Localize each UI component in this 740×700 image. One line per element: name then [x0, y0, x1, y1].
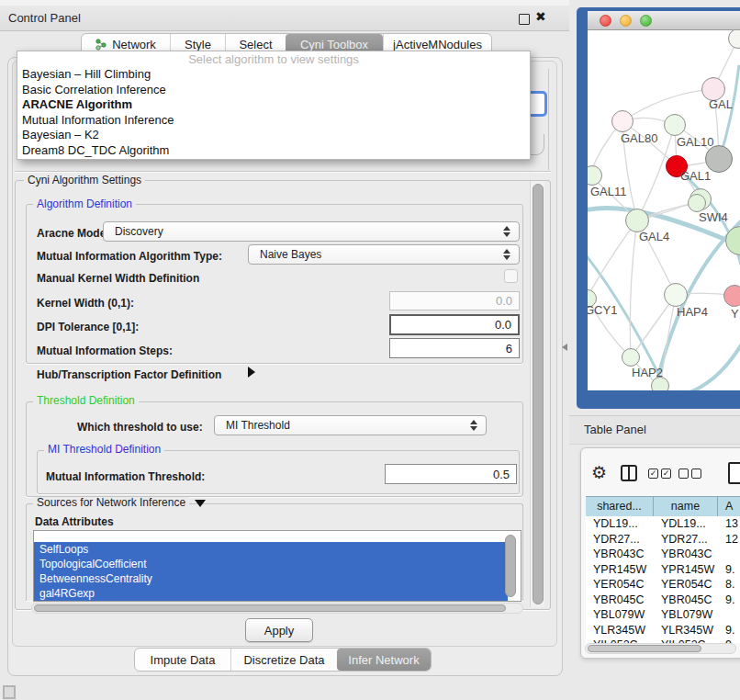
column-header-shared-name[interactable]: shared...: [586, 497, 654, 516]
column-header-partial[interactable]: A: [718, 497, 740, 516]
zoom-traffic-light[interactable]: [640, 15, 652, 27]
cell-shared-name[interactable]: YDR27...: [586, 532, 654, 548]
new-table-page-icon[interactable]: [728, 462, 740, 484]
dropdown-item[interactable]: Bayesian – K2: [17, 128, 530, 143]
panel-resize-handle[interactable]: [562, 344, 567, 351]
data-attributes-list[interactable]: SelfLoops TopologicalCoefficient Between…: [33, 530, 521, 602]
cell-name[interactable]: YBR045C: [654, 593, 718, 608]
mi-steps-field[interactable]: 6: [389, 338, 520, 358]
network-canvas[interactable]: GAL GAL80 GAL10 GAL1 GAL11 GAL4 SWI4 GCY…: [588, 30, 740, 390]
cell-value[interactable]: 9.: [718, 593, 740, 608]
cell-name[interactable]: YBL079W: [654, 607, 718, 623]
cell-name[interactable]: YPR145W: [654, 562, 718, 578]
cell-name[interactable]: YDL19...: [654, 516, 718, 532]
list-item-selected[interactable]: SelfLoops: [34, 542, 508, 557]
algorithm-dropdown-popup: Select algorithm to view settings Bayesi…: [17, 51, 531, 160]
cell-name[interactable]: YDR27...: [654, 532, 718, 548]
kernel-width-field[interactable]: 0.0: [389, 291, 520, 310]
cell-value[interactable]: 13: [718, 516, 740, 532]
cell-value[interactable]: [718, 547, 740, 562]
aracne-mode-label: Aracne Mode:: [37, 227, 109, 240]
dropdown-item[interactable]: Dream8 DC_TDC Algorithm: [17, 143, 530, 159]
mi-threshold-field[interactable]: 0.5: [385, 464, 517, 484]
network-node-hap2[interactable]: [622, 348, 640, 367]
table-hscrollbar-thumb[interactable]: [588, 645, 701, 652]
cell-shared-name[interactable]: YBR045C: [586, 593, 654, 608]
cell-shared-name[interactable]: YPR145W: [586, 562, 654, 578]
network-node-gal80[interactable]: [611, 110, 633, 132]
node-label-hap4: HAP4: [677, 305, 708, 319]
cell-value[interactable]: 9.: [718, 562, 740, 578]
table-horizontal-scrollbar[interactable]: [585, 643, 736, 654]
cell-shared-name[interactable]: YBL079W: [586, 607, 654, 623]
mi-algorithm-type-select[interactable]: Naive Bayes: [248, 244, 520, 265]
settings-vertical-scrollbar[interactable]: [530, 181, 544, 607]
dropdown-item[interactable]: Basic Correlation Inference: [17, 83, 530, 98]
application-window: Control Panel ✖ Network Style Select Cyn…: [0, 0, 740, 700]
list-item-selected[interactable]: TopologicalCoefficient: [34, 557, 508, 571]
network-node-gal10[interactable]: [664, 114, 686, 136]
cell-shared-name[interactable]: YBR043C: [586, 547, 654, 562]
deselect-all-checkbox-icon[interactable]: [691, 469, 701, 479]
dropdown-item[interactable]: Bayesian – Hill Climbing: [17, 67, 530, 83]
table-row[interactable]: YER054C YER054C 8.: [586, 577, 740, 593]
close-panel-icon[interactable]: ✖: [535, 9, 546, 24]
cell-value[interactable]: 12: [718, 532, 740, 548]
cell-name[interactable]: YLR345W: [654, 623, 718, 638]
cell-shared-name[interactable]: YLR345W: [586, 623, 654, 638]
list-item-selected[interactable]: gal4RGexp: [34, 586, 508, 601]
list-item-selected[interactable]: BetweennessCentrality: [34, 571, 508, 586]
column-layout-icon[interactable]: [621, 465, 637, 481]
select-all-checkbox-icon[interactable]: ✓: [648, 469, 658, 479]
cell-shared-name[interactable]: YER054C: [586, 577, 654, 593]
cell-shared-name[interactable]: YDL19...: [586, 516, 654, 532]
node-label-y: Y: [731, 307, 739, 321]
settings-horizontal-scrollbar[interactable]: [31, 603, 523, 614]
expand-hub-section-icon[interactable]: [248, 367, 255, 378]
table-row[interactable]: YBL079W YBL079W: [586, 607, 740, 623]
table-row[interactable]: YDL19... YDL19... 13: [586, 516, 740, 532]
node-label-gal11: GAL11: [590, 185, 627, 198]
tab-discretize-data[interactable]: Discretize Data: [230, 649, 337, 671]
cell-name[interactable]: YBR043C: [654, 547, 718, 562]
cell-value[interactable]: 9.: [718, 623, 740, 638]
select-all-checkbox-icon[interactable]: ✓: [661, 469, 671, 479]
aracne-mode-select[interactable]: Discovery: [103, 221, 520, 242]
manual-kernel-width-checkbox[interactable]: [504, 269, 518, 283]
node-label-gal80: GAL80: [621, 131, 657, 145]
minimize-traffic-light[interactable]: [620, 15, 632, 27]
dropdown-item-highlighted[interactable]: ARACNE Algorithm: [17, 97, 530, 113]
network-node-salmon[interactable]: [723, 285, 740, 307]
close-traffic-light[interactable]: [600, 15, 611, 27]
tab-impute-data[interactable]: Impute Data: [135, 649, 230, 671]
table-settings-gear-icon[interactable]: ⚙: [591, 462, 607, 482]
deselect-all-checkbox-icon[interactable]: [678, 469, 689, 479]
column-header-name[interactable]: name: [654, 497, 718, 516]
network-node-hap4[interactable]: [664, 283, 688, 307]
dpi-tolerance-field[interactable]: 0.0: [389, 314, 520, 335]
network-icon: [95, 39, 107, 51]
list-scrollbar-thumb[interactable]: [505, 535, 516, 597]
window-corner-icon[interactable]: [3, 685, 16, 699]
apply-button[interactable]: Apply: [245, 618, 313, 642]
settings-scrollbar-thumb[interactable]: [533, 184, 544, 604]
float-window-icon[interactable]: [519, 14, 530, 25]
cell-name[interactable]: YER054C: [654, 577, 718, 593]
table-row[interactable]: YDR27... YDR27... 12: [586, 532, 740, 548]
table-row[interactable]: YBR043C YBR043C: [586, 547, 740, 562]
which-threshold-select[interactable]: MI Threshold: [214, 415, 487, 435]
tab-infer-network[interactable]: Infer Network: [337, 649, 431, 671]
network-node-swi4[interactable]: [688, 194, 706, 212]
dropdown-item[interactable]: Mutual Information Inference: [17, 113, 530, 129]
tab-impute-data-label: Impute Data: [151, 653, 216, 667]
table-row[interactable]: YLR345W YLR345W 9.: [586, 623, 740, 638]
cell-value[interactable]: 8.: [718, 577, 740, 593]
obscured-groupbox-edge: [548, 69, 549, 170]
cell-value[interactable]: [718, 607, 740, 623]
collapse-sources-icon[interactable]: [195, 500, 206, 507]
node-label-gal4: GAL4: [639, 230, 669, 243]
table-row[interactable]: YBR045C YBR045C 9.: [586, 593, 740, 608]
settings-hscrollbar-thumb[interactable]: [34, 604, 506, 612]
table-row[interactable]: YPR145W YPR145W 9.: [586, 562, 740, 578]
network-window-titlebar[interactable]: [588, 11, 740, 30]
